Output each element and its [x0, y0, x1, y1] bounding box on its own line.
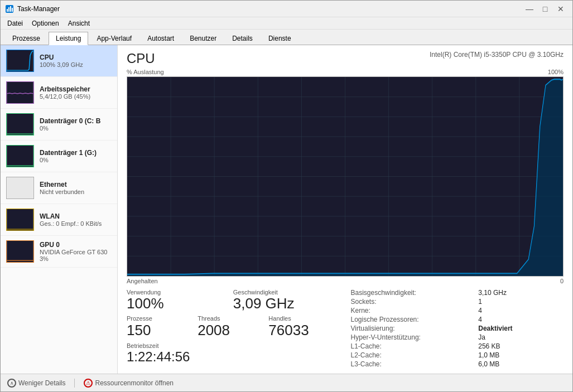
tab-benutzer[interactable]: Benutzer: [182, 32, 224, 45]
bottom-bar: ∧ Weniger Details ⚠ Ressourcenmonitor öf…: [1, 374, 572, 391]
gpu-value: 3%: [40, 255, 107, 262]
task-manager-window: Task-Manager — □ ✕ Datei Optionen Ansich…: [0, 0, 573, 392]
svg-rect-7: [7, 114, 33, 135]
menu-datei[interactable]: Datei: [3, 18, 27, 28]
sidebar-item-memory[interactable]: Arbeitsspeicher 5,4/12,0 GB (45%): [1, 77, 117, 109]
disk1-value: 0%: [40, 157, 97, 163]
svg-rect-6: [7, 82, 33, 103]
less-details-label: Weniger Details: [18, 379, 65, 387]
resource-monitor-label: Ressourcenmonitor öffnen: [95, 379, 174, 387]
info-key-0: Basisgeschwindigkeit:: [351, 289, 472, 297]
info-val-3: 4: [478, 316, 564, 323]
sidebar-item-cpu[interactable]: CPU 100% 3,09 GHz: [1, 45, 117, 77]
cpu-full-name: Intel(R) Core(TM) i5-3350P CPU @ 3.10GHz: [430, 51, 564, 59]
ethernet-thumbnail: [6, 177, 34, 199]
app-icon: [5, 4, 14, 13]
info-key-1: Sockets:: [351, 298, 472, 306]
sidebar-item-disk1[interactable]: Datenträger 1 (G:) 0%: [1, 141, 117, 172]
tab-details[interactable]: Details: [225, 32, 260, 45]
info-val-5: Ja: [478, 333, 564, 341]
ethernet-info: Ethernet Nicht verbunden: [40, 181, 84, 195]
menu-ansicht[interactable]: Ansicht: [64, 18, 94, 28]
disk0-sparkline: [7, 114, 33, 135]
detail-title: CPU: [127, 51, 155, 66]
info-key-3: Logische Prozessoren:: [351, 316, 472, 323]
title-bar: Task-Manager — □ ✕: [1, 1, 572, 17]
info-key-6: L1-Cache:: [351, 342, 472, 350]
memory-value: 5,4/12,0 GB (45%): [40, 93, 90, 100]
svg-rect-10: [7, 209, 33, 230]
handles-block: Handles 76033: [268, 315, 339, 339]
wlan-value: Ges.: 0 Empf.: 0 KBit/s: [40, 220, 102, 227]
uptime-block: Betriebszeit 1:22:44:56: [127, 342, 340, 365]
tab-prozesse[interactable]: Prozesse: [5, 32, 47, 45]
maximize-button[interactable]: □: [538, 3, 552, 14]
left-stats: Verwendung 100% Geschwindigkeit 3,09 GHz…: [127, 289, 340, 368]
threads-value: 2008: [198, 322, 268, 339]
handles-label: Handles: [268, 315, 339, 322]
processes-block: Prozesse 150: [127, 315, 198, 339]
memory-label: Arbeitsspeicher: [40, 85, 90, 93]
svg-rect-11: [7, 241, 33, 262]
sub-stats-row: Prozesse 150 Threads 2008 Handles 76033: [127, 315, 340, 339]
sidebar-item-wlan[interactable]: WLAN Ges.: 0 Empf.: 0 KBit/s: [1, 204, 117, 236]
gpu-info: GPU 0 NVIDIA GeForce GT 630 3%: [40, 241, 107, 262]
memory-sparkline: [7, 82, 33, 103]
sidebar-item-gpu[interactable]: GPU 0 NVIDIA GeForce GT 630 3%: [1, 236, 117, 268]
usage-block: Verwendung 100%: [127, 289, 233, 312]
info-val-2: 4: [478, 307, 564, 314]
close-button[interactable]: ✕: [553, 3, 568, 14]
detail-header: CPU Intel(R) Core(TM) i5-3350P CPU @ 3.1…: [127, 51, 564, 66]
speed-value: 3,09 GHz: [233, 296, 340, 312]
info-val-1: 1: [478, 298, 564, 306]
sidebar-item-disk0[interactable]: Datenträger 0 (C: B 0%: [1, 109, 117, 141]
cpu-label: CPU: [40, 54, 83, 61]
info-key-4: Virtualisierung:: [351, 325, 472, 332]
uptime-label: Betriebszeit: [127, 342, 340, 349]
svg-rect-9: [7, 177, 33, 199]
disk0-value: 0%: [40, 125, 100, 132]
menu-bar: Datei Optionen Ansicht: [1, 17, 572, 30]
tab-appverlauf[interactable]: App-Verlauf: [89, 32, 139, 45]
wlan-label: WLAN: [40, 212, 102, 220]
handles-value: 76033: [268, 322, 339, 339]
info-val-0: 3,10 GHz: [478, 289, 564, 297]
disk1-thumbnail: [6, 145, 34, 167]
graph-label-row: % Auslastung 100%: [127, 69, 564, 75]
title-bar-left: Task-Manager: [5, 4, 60, 13]
ethernet-value: Nicht verbunden: [40, 188, 84, 195]
resource-monitor-icon: ⚠: [84, 379, 93, 388]
cpu-graph: [127, 76, 564, 277]
wlan-info: WLAN Ges.: 0 Empf.: 0 KBit/s: [40, 212, 102, 227]
minimize-button[interactable]: —: [522, 3, 537, 14]
disk0-info: Datenträger 0 (C: B 0%: [40, 117, 100, 132]
main-content: CPU 100% 3,09 GHz Arbeitsspeicher 5,4/12…: [1, 45, 572, 374]
less-details-link[interactable]: ∧ Weniger Details: [7, 379, 65, 388]
info-key-5: Hyper-V-Unterstützung:: [351, 333, 472, 341]
sidebar-item-ethernet[interactable]: Ethernet Nicht verbunden: [1, 172, 117, 204]
title-bar-controls: — □ ✕: [522, 3, 568, 14]
detail-panel: CPU Intel(R) Core(TM) i5-3350P CPU @ 3.1…: [118, 45, 572, 374]
resource-monitor-link[interactable]: ⚠ Ressourcenmonitor öffnen: [84, 379, 174, 388]
processes-label: Prozesse: [127, 315, 198, 322]
tab-dienste[interactable]: Dienste: [261, 32, 298, 45]
wlan-sparkline: [7, 209, 33, 230]
info-table: Basisgeschwindigkeit: 3,10 GHz Sockets: …: [351, 289, 564, 368]
usage-speed-section: Verwendung 100% Geschwindigkeit 3,09 GHz: [127, 289, 340, 312]
cpu-info: CPU 100% 3,09 GHz: [40, 54, 83, 68]
memory-thumbnail: [6, 81, 34, 104]
disk0-label: Datenträger 0 (C: B: [40, 117, 100, 125]
svg-rect-1: [7, 9, 8, 12]
gpu-subname: NVIDIA GeForce GT 630: [40, 249, 107, 255]
tab-autostart[interactable]: Autostart: [140, 32, 181, 45]
graph-y-max: 100%: [548, 69, 564, 75]
graph-y-label: % Auslastung: [127, 69, 164, 75]
tab-leistung[interactable]: Leistung: [49, 32, 88, 45]
svg-rect-8: [7, 146, 33, 167]
info-val-7: 1,0 MB: [478, 351, 564, 359]
info-key-8: L3-Cache:: [351, 360, 472, 368]
wlan-thumbnail: [6, 209, 34, 231]
graph-x-label-right: 0: [560, 278, 564, 284]
info-val-6: 256 KB: [478, 342, 564, 350]
menu-optionen[interactable]: Optionen: [27, 18, 64, 28]
